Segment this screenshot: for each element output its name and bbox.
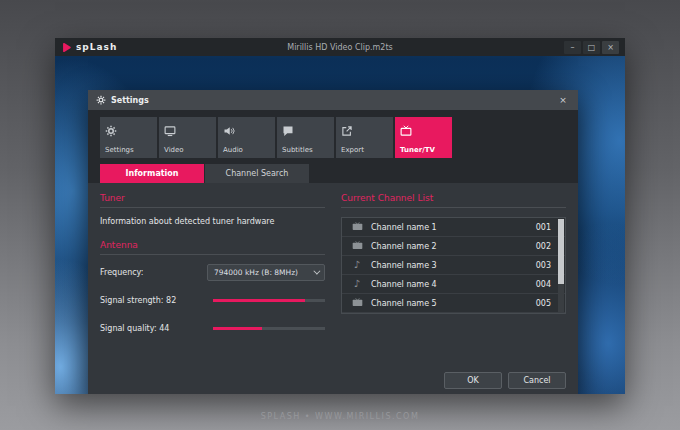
speaker-icon (223, 122, 235, 141)
dialog-footer: OK Cancel (88, 364, 578, 394)
window-title: Mirillis HD Video Clip.m2ts (55, 43, 625, 52)
tab-video[interactable]: Video (159, 117, 216, 158)
play-icon (61, 42, 72, 53)
channel-row[interactable]: Channel name 2 002 (342, 237, 565, 256)
frequency-label: Frequency: (100, 268, 143, 277)
video-frame: Settings × Settings Video Audio (55, 56, 625, 394)
monitor-icon (164, 122, 176, 141)
channel-list-column: Current Channel List Channel name 1 001 … (341, 193, 566, 364)
subtab-information[interactable]: Information (100, 164, 204, 183)
signal-quality-label: Signal quality: 44 (100, 324, 169, 333)
minimize-button[interactable]: – (564, 41, 581, 54)
cancel-button[interactable]: Cancel (508, 372, 566, 389)
signal-quality-bar (213, 327, 325, 330)
channel-row[interactable]: ♪ Channel name 3 003 (342, 256, 565, 275)
splash-logo: spLash (61, 42, 117, 53)
close-button[interactable]: × (602, 41, 619, 54)
tuner-info-text: Information about detected tuner hardwar… (100, 217, 325, 226)
channel-list: Channel name 1 001 Channel name 2 002 ♪ … (341, 217, 566, 314)
frequency-row: Frequency: 794000 kHz (B: 8MHz) (100, 264, 325, 281)
tv-icon (351, 222, 363, 233)
signal-quality-row: Signal quality: 44 (100, 320, 325, 337)
dialog-close-icon[interactable]: × (556, 93, 570, 107)
brand-name: spLash (76, 42, 117, 52)
tab-subtitles[interactable]: Subtitles (277, 117, 334, 158)
maximize-button[interactable]: □ (583, 41, 600, 54)
subtab-bar: Information Channel Search (88, 164, 578, 183)
app-window: spLash Mirillis HD Video Clip.m2ts – □ ×… (55, 38, 625, 394)
tv-icon (400, 122, 412, 141)
channel-row[interactable]: ♪ Channel name 4 004 (342, 275, 565, 294)
channel-row[interactable]: Channel name 1 001 (342, 218, 565, 237)
tuner-column: Tuner Information about detected tuner h… (100, 193, 325, 364)
tuner-section-title: Tuner (100, 193, 325, 207)
speech-bubble-icon (282, 122, 294, 141)
music-note-icon: ♪ (351, 279, 363, 289)
subtab-channel-search[interactable]: Channel Search (205, 164, 309, 183)
channel-row[interactable]: Channel name 5 005 (342, 294, 565, 313)
export-icon (341, 122, 353, 141)
divider (341, 207, 566, 208)
channel-list-title: Current Channel List (341, 193, 566, 207)
window-controls: – □ × (564, 41, 619, 54)
app-titlebar: spLash Mirillis HD Video Clip.m2ts – □ × (55, 38, 625, 56)
tab-export[interactable]: Export (336, 117, 393, 158)
signal-strength-label: Signal strength: 82 (100, 296, 176, 305)
ok-button[interactable]: OK (444, 372, 502, 389)
dialog-titlebar: Settings × (88, 90, 578, 110)
tab-settings[interactable]: Settings (100, 117, 157, 158)
tv-icon (351, 298, 363, 309)
frequency-dropdown[interactable]: 794000 kHz (B: 8MHz) (207, 264, 325, 281)
tv-icon (351, 241, 363, 252)
channel-list-scrollbar[interactable] (558, 219, 564, 312)
frequency-value: 794000 kHz (B: 8MHz) (214, 268, 298, 277)
scrollbar-thumb[interactable] (558, 219, 564, 284)
tab-tuner-tv[interactable]: Tuner/TV (395, 117, 452, 158)
signal-strength-fill (213, 299, 305, 302)
dialog-title: Settings (111, 96, 149, 105)
gear-icon (96, 95, 106, 105)
settings-dialog: Settings × Settings Video Audio (88, 90, 578, 394)
divider (100, 254, 325, 255)
antenna-section-title: Antenna (100, 240, 325, 254)
tuner-info-panel: Tuner Information about detected tuner h… (88, 183, 578, 364)
chevron-down-icon (313, 268, 320, 275)
music-note-icon: ♪ (351, 260, 363, 270)
signal-quality-fill (213, 327, 262, 330)
signal-strength-bar (213, 299, 325, 302)
divider (100, 207, 325, 208)
tab-audio[interactable]: Audio (218, 117, 275, 158)
page-footer-text: SPLASH • WWW.MIRILLIS.COM (0, 412, 680, 421)
gear-icon (105, 122, 117, 141)
signal-strength-row: Signal strength: 82 (100, 292, 325, 309)
settings-toolbar: Settings Video Audio Subtitles (88, 110, 578, 164)
